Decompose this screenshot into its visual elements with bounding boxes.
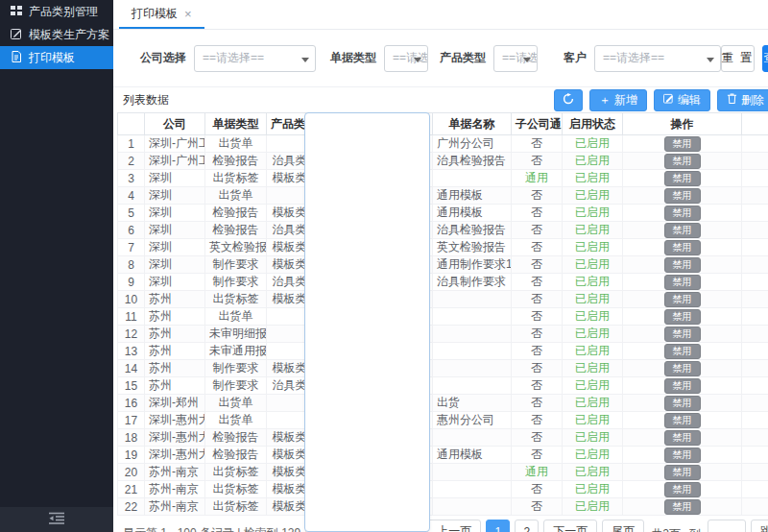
cell-status: 已启用 <box>563 274 623 291</box>
data-table: 公司单据类型产品类型单据名称子公司通用启用状态操作 1深圳-广州工厂出货单广州分… <box>117 112 768 516</box>
table-row[interactable]: 17深圳-惠州大亚湾出货单惠州分公司否已启用禁用 <box>118 412 768 429</box>
disable-button[interactable]: 禁用 <box>664 223 701 238</box>
disable-button[interactable]: 禁用 <box>664 378 701 394</box>
dropdown-panel <box>304 112 430 532</box>
disable-button[interactable]: 禁用 <box>664 482 701 497</box>
cell-filler <box>742 153 768 170</box>
table-row[interactable]: 20苏州-南京出货标签模板类通用已启用禁用 <box>118 464 768 481</box>
disable-button[interactable]: 禁用 <box>664 447 701 463</box>
cell-actions: 禁用 <box>623 429 742 447</box>
doc-type-select[interactable]: ==请选择== <box>384 45 428 72</box>
cell-actions: 禁用 <box>623 239 742 256</box>
cell-filler <box>742 481 768 498</box>
add-button[interactable]: ＋ 新增 <box>589 89 647 111</box>
cell-status: 已启用 <box>563 187 623 205</box>
tab-print-template[interactable]: 打印模板 × <box>119 0 204 29</box>
close-icon[interactable]: × <box>184 8 192 20</box>
table-row[interactable]: 9深圳制作要求治具类治具制作要求否已启用禁用 <box>118 274 768 291</box>
cell-sub-company: 否 <box>512 274 563 291</box>
disable-button[interactable]: 禁用 <box>664 275 701 290</box>
sidebar-item-print-template[interactable]: 打印模板 <box>0 46 113 69</box>
pagination-bar: 显示第 1 - 100 条记录 | 检索到 129 条记录 首页 上一页 12 … <box>123 520 768 532</box>
disable-button[interactable]: 禁用 <box>664 206 701 221</box>
reset-button[interactable]: 重 置 <box>721 45 755 72</box>
table-row[interactable]: 15苏州制作要求治具类否已启用禁用 <box>118 377 768 395</box>
delete-button[interactable]: 删除 <box>717 89 768 111</box>
cell-filler <box>742 429 768 447</box>
page-jump-input[interactable] <box>708 520 746 532</box>
cell-index: 12 <box>118 326 145 343</box>
cell-status: 已启用 <box>563 170 623 187</box>
table-row[interactable]: 22苏州-南京出货标签模板类否已启用禁用 <box>118 498 768 516</box>
cell-doc-name <box>433 481 512 498</box>
cell-doc-name <box>433 291 512 308</box>
prev-page-button[interactable]: 上一页 <box>427 520 481 532</box>
table-row[interactable]: 7深圳英文检验报告模板类英文检验报告否已启用禁用 <box>118 239 768 256</box>
cell-actions: 禁用 <box>623 481 742 498</box>
disable-button[interactable]: 禁用 <box>664 171 701 186</box>
disable-button[interactable]: 禁用 <box>664 361 701 376</box>
cell-status: 已启用 <box>563 256 623 274</box>
disable-button[interactable]: 禁用 <box>664 309 701 325</box>
disable-button[interactable]: 禁用 <box>664 188 701 204</box>
cell-filler <box>742 291 768 308</box>
cell-doc-type: 检验报告 <box>205 429 267 447</box>
page-button-2[interactable]: 2 <box>515 520 539 532</box>
cell-sub-company: 否 <box>512 135 563 153</box>
disable-button[interactable]: 禁用 <box>664 154 701 169</box>
search-button[interactable]: 查 询 <box>762 45 768 72</box>
cell-sub-company: 否 <box>512 187 563 205</box>
table-row[interactable]: 8深圳制作要求模板类通用制作要求1203否已启用禁用 <box>118 256 768 274</box>
customer-select[interactable]: ==请选择== <box>594 45 721 72</box>
table-row[interactable]: 21苏州-南京出货标签模板类否已启用禁用 <box>118 481 768 498</box>
table-row[interactable]: 19深圳-惠州大亚湾检验报告模板类通用模板否已启用禁用 <box>118 447 768 464</box>
cell-actions: 禁用 <box>623 205 742 222</box>
disable-button[interactable]: 禁用 <box>664 465 701 480</box>
cell-doc-name: 治具检验报告 <box>433 153 512 170</box>
table-row[interactable]: 10苏州出货标签模板类否已启用禁用 <box>118 291 768 308</box>
collapse-sidebar-icon[interactable] <box>49 512 64 527</box>
disable-button[interactable]: 禁用 <box>664 499 701 515</box>
cell-index: 1 <box>118 135 145 153</box>
page-button-1[interactable]: 1 <box>486 520 510 532</box>
table-row[interactable]: 13苏州未审通用报...否已启用禁用 <box>118 343 768 360</box>
product-type-select[interactable]: ==请选择== <box>493 45 538 72</box>
cell-doc-type: 出货单 <box>205 395 267 412</box>
table-row[interactable]: 11苏州出货单否已启用禁用 <box>118 308 768 326</box>
table-row[interactable]: 12苏州未审明细报...否已启用禁用 <box>118 326 768 343</box>
sidebar-footer <box>0 507 113 532</box>
cell-filler <box>742 326 768 343</box>
sidebar-item-product-category[interactable]: 产品类别管理 <box>0 0 113 23</box>
disable-button[interactable]: 禁用 <box>664 430 701 446</box>
disable-button[interactable]: 禁用 <box>664 240 701 255</box>
next-page-button[interactable]: 下一页 <box>543 520 597 532</box>
disable-button[interactable]: 禁用 <box>664 344 701 359</box>
table-row[interactable]: 1深圳-广州工厂出货单广州分公司否已启用禁用 <box>118 135 768 153</box>
table-row[interactable]: 6深圳检验报告治具类治具检验报告否已启用禁用 <box>118 222 768 239</box>
sidebar-item-template-production-plan[interactable]: 模板类生产方案 <box>0 23 113 46</box>
cell-status: 已启用 <box>563 429 623 447</box>
last-page-button[interactable]: 尾页 <box>602 520 644 532</box>
add-button-label: 新增 <box>614 92 637 109</box>
disable-button[interactable]: 禁用 <box>664 396 701 411</box>
disable-button[interactable]: 禁用 <box>664 292 701 307</box>
table-row[interactable]: 18深圳-惠州大亚湾检验报告模板类否已启用禁用 <box>118 429 768 447</box>
refresh-button[interactable] <box>554 89 583 111</box>
table-row[interactable]: 14苏州制作要求模板类否已启用禁用 <box>118 360 768 377</box>
disable-button[interactable]: 禁用 <box>664 413 701 428</box>
disable-button[interactable]: 禁用 <box>664 326 701 342</box>
table-row[interactable]: 3深圳出货标签模板类通用已启用禁用 <box>118 170 768 187</box>
table-row[interactable]: 16深圳-郑州出货单出货否已启用禁用 <box>118 395 768 412</box>
jump-button[interactable]: 跳转 <box>751 520 768 532</box>
table-row[interactable]: 2深圳-广州工厂检验报告治具类治具检验报告否已启用禁用 <box>118 153 768 170</box>
edit-button[interactable]: 编辑 <box>654 89 710 111</box>
table-row[interactable]: 4深圳出货单通用模板否已启用禁用 <box>118 187 768 205</box>
cell-doc-name <box>433 377 512 395</box>
cell-status: 已启用 <box>563 205 623 222</box>
cell-sub-company: 否 <box>512 429 563 447</box>
disable-button[interactable]: 禁用 <box>664 257 701 273</box>
company-select[interactable]: ==请选择== <box>194 45 316 72</box>
table-row[interactable]: 5深圳检验报告模板类通用模板否已启用禁用 <box>118 205 768 222</box>
disable-button[interactable]: 禁用 <box>664 136 701 152</box>
cell-doc-type: 检验报告 <box>205 153 267 170</box>
